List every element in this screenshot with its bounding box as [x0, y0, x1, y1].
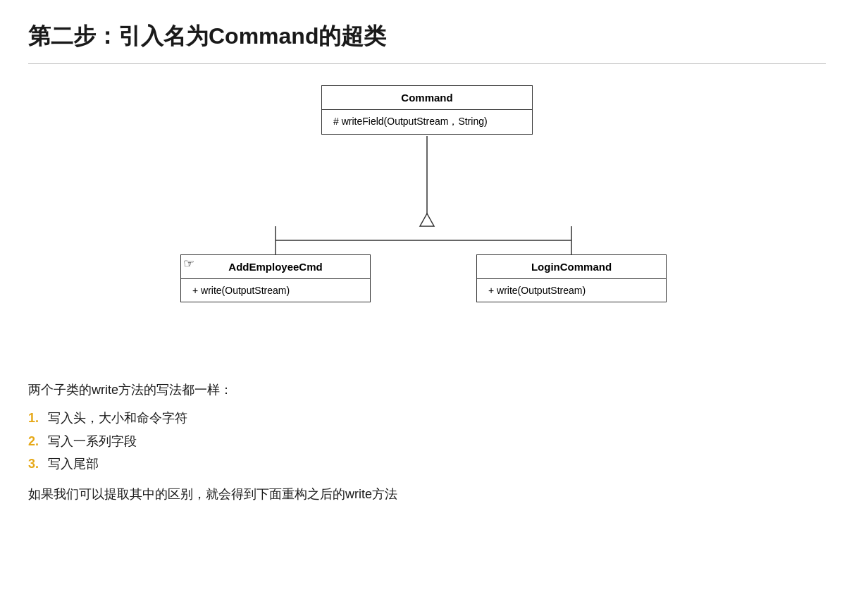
list-number-2: 2. [28, 430, 42, 452]
list-item-1: 1.写入头，大小和命令字符 [28, 407, 826, 429]
uml-diagram: Command # writeField(OutputStream，String… [180, 85, 674, 353]
footer-text: 如果我们可以提取其中的区别，就会得到下面重构之后的write方法 [28, 483, 826, 505]
page-title: 第二步：引入名为Command的超类 [28, 21, 826, 52]
login-command-box-method: + write(OutputStream) [477, 279, 666, 302]
login-command-box-header: LoginCommand [477, 255, 666, 279]
list-item-3: 3.写入尾部 [28, 452, 826, 475]
svg-marker-1 [420, 214, 434, 226]
uml-diagram-container: Command # writeField(OutputStream，String… [28, 85, 826, 353]
login-command-box: LoginCommand + write(OutputStream) [476, 254, 667, 302]
list-text-2: 写入一系列字段 [48, 430, 137, 452]
add-employee-box-method: + write(OutputStream) [181, 279, 370, 302]
command-box: Command # writeField(OutputStream，String… [321, 85, 533, 135]
list-text-3: 写入尾部 [48, 452, 99, 475]
command-box-method: # writeField(OutputStream，String) [322, 110, 532, 134]
command-box-header: Command [322, 86, 532, 110]
cursor-hand-icon: ☞ [183, 256, 194, 271]
divider [28, 63, 826, 64]
numbered-list: 1.写入头，大小和命令字符2.写入一系列字段3.写入尾部 [28, 407, 826, 475]
add-employee-box-header: AddEmployeeCmd [181, 255, 370, 279]
list-item-2: 2.写入一系列字段 [28, 430, 826, 452]
description-text: 两个子类的write方法的写法都一样： [28, 378, 826, 401]
list-number-1: 1. [28, 407, 42, 429]
add-employee-box: AddEmployeeCmd + write(OutputStream) [180, 254, 371, 302]
list-number-3: 3. [28, 452, 42, 475]
list-text-1: 写入头，大小和命令字符 [48, 407, 187, 429]
